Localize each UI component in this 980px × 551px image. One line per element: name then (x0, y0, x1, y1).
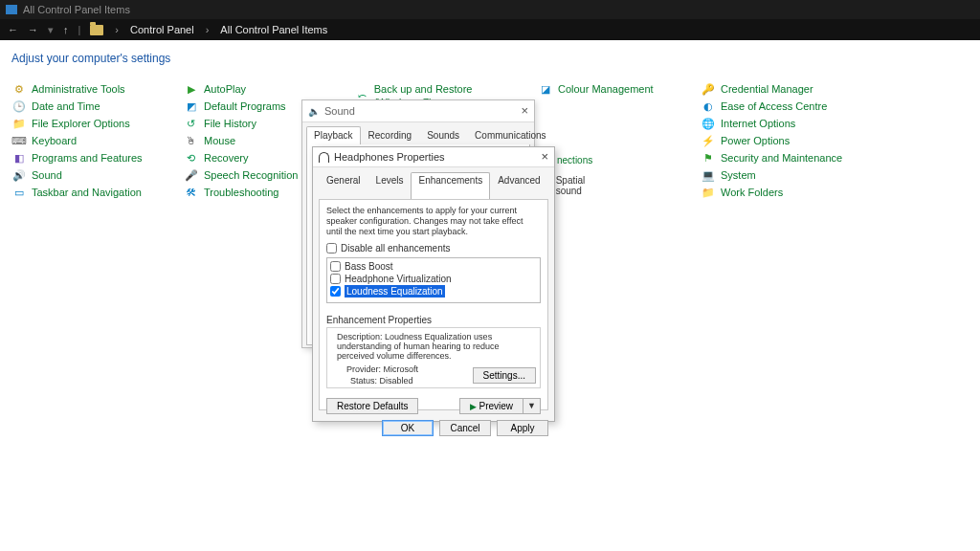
tab-communications[interactable]: Communications (467, 126, 553, 144)
sound-window-title: Sound (324, 105, 355, 117)
breadcrumb-control-panel[interactable]: Control Panel (130, 24, 194, 35)
cp-ease-of-access[interactable]: ◐Ease of Access Centre (701, 99, 844, 113)
forward-button[interactable]: → (28, 24, 38, 35)
cp-security-and-maintenance[interactable]: ⚑Security and Maintenance (701, 151, 844, 165)
cp-sound[interactable]: 🔊Sound (11, 168, 155, 182)
preview-button-group: ▶Preview ▼ (459, 398, 542, 414)
mouse-icon: 🖱 (184, 135, 198, 147)
cp-autoplay[interactable]: ▶AutoPlay (184, 82, 327, 96)
address-bar: ← → ▾ ↑ | › Control Panel › All Control … (0, 19, 980, 40)
cp-keyboard[interactable]: ⌨Keyboard (11, 134, 155, 147)
status-value: Disabled (380, 376, 413, 386)
tab-advanced[interactable]: Advanced (490, 172, 547, 199)
flag-icon: ⚑ (701, 152, 715, 165)
window-titlebar: All Control Panel Items (0, 0, 980, 19)
tab-sounds[interactable]: Sounds (419, 126, 467, 144)
back-button[interactable]: ← (8, 24, 18, 35)
work-folders-icon: 📁 (701, 187, 715, 199)
cp-power-options[interactable]: ⚡Power Options (701, 134, 844, 147)
enhancements-hint: Select the enhancements to apply for you… (326, 206, 541, 237)
provider-label: Provider: (346, 364, 381, 374)
cp-system[interactable]: 💻System (701, 168, 844, 182)
preview-button[interactable]: ▶Preview (459, 398, 524, 414)
cp-column-1: ⚙Administrative Tools 🕒Date and Time 📁Fi… (11, 82, 155, 199)
cp-file-explorer-options[interactable]: 📁File Explorer Options (11, 117, 155, 130)
cp-taskbar-and-navigation[interactable]: ▭Taskbar and Navigation (11, 186, 155, 199)
disable-all-enhancements[interactable]: Disable all enhancements (326, 243, 541, 253)
lower-button-row: Restore Defaults ▶Preview ▼ (326, 398, 541, 414)
folder-icon: 📁 (11, 118, 26, 130)
cp-work-folders[interactable]: 📁Work Folders (701, 186, 844, 199)
chevron-right-icon: › (206, 24, 210, 35)
tab-general[interactable]: General (319, 172, 368, 199)
enh-loudness-equalization[interactable]: Loudness Equalization (330, 285, 537, 298)
tools-icon: ⚙ (11, 83, 26, 96)
chevron-right-icon: › (115, 24, 119, 35)
microphone-icon: 🎤 (184, 169, 198, 182)
folder-icon (90, 25, 103, 35)
hp-titlebar[interactable]: Headphones Properties × (313, 147, 554, 167)
status-label: Status: (350, 376, 377, 386)
headphones-icon (319, 152, 329, 163)
disable-all-checkbox[interactable] (326, 243, 337, 253)
preview-dropdown[interactable]: ▼ (523, 398, 541, 414)
globe-icon: 🌐 (701, 118, 715, 130)
cp-administrative-tools[interactable]: ⚙Administrative Tools (11, 82, 155, 96)
cp-network-connections-partial[interactable]: nections (557, 155, 592, 165)
nav-separator-2: | (78, 24, 81, 35)
tab-levels[interactable]: Levels (368, 172, 412, 199)
ok-button[interactable]: OK (382, 420, 434, 436)
loudness-equalization-checkbox[interactable] (330, 286, 341, 297)
nav-separator: ▾ (48, 24, 54, 36)
recovery-icon: ⟲ (184, 152, 198, 165)
tab-playback[interactable]: Playback (306, 126, 361, 144)
headphones-properties-window: Headphones Properties × General Levels E… (312, 146, 555, 422)
enhancement-properties-box: Description: Loudness Equalization uses … (326, 327, 541, 388)
speaker-icon: 🔊 (11, 169, 26, 182)
cp-date-and-time[interactable]: 🕒Date and Time (11, 99, 155, 113)
description-line: Description: Loudness Equalization uses … (337, 332, 534, 361)
speaker-icon: 🔈 (308, 106, 320, 117)
cp-colour-management[interactable]: ◪Colour Management (538, 82, 672, 96)
sound-window-titlebar[interactable]: 🔈 Sound × (302, 100, 534, 122)
headphone-virtualization-checkbox[interactable] (330, 274, 341, 284)
keyboard-icon: ⌨ (11, 135, 26, 147)
programs-icon: ◧ (11, 152, 26, 165)
bass-boost-checkbox[interactable] (330, 261, 341, 272)
settings-button[interactable]: Settings... (473, 367, 536, 384)
taskbar-icon: ▭ (11, 187, 26, 199)
clock-icon: 🕒 (11, 100, 26, 113)
troubleshooting-icon: 🛠 (184, 187, 198, 199)
up-button[interactable]: ↑ (63, 24, 69, 35)
cancel-button[interactable]: Cancel (439, 420, 491, 436)
enh-bass-boost[interactable]: Bass Boost (330, 260, 537, 273)
hp-body: Select the enhancements to apply for you… (319, 199, 548, 410)
tab-spatial-sound[interactable]: Spatial sound (548, 172, 593, 199)
enhancement-properties-label: Enhancement Properties (326, 315, 541, 325)
control-panel-icon (6, 5, 17, 14)
restore-defaults-button[interactable]: Restore Defaults (326, 398, 418, 414)
hp-tabs: General Levels Enhancements Advanced Spa… (313, 167, 554, 199)
hp-window-title: Headphones Properties (334, 151, 445, 163)
system-icon: 💻 (701, 169, 715, 182)
breadcrumb-all-items[interactable]: All Control Panel Items (220, 24, 327, 35)
cp-credential-manager[interactable]: 🔑Credential Manager (701, 82, 844, 96)
hp-close-button[interactable]: × (541, 149, 548, 164)
window-title: All Control Panel Items (23, 4, 130, 15)
dialog-buttons: OK Cancel Apply (313, 416, 554, 436)
play-icon: ▶ (470, 402, 477, 411)
ease-of-access-icon: ◐ (701, 100, 715, 113)
power-icon: ⚡ (701, 135, 715, 147)
cp-column-5: 🔑Credential Manager ◐Ease of Access Cent… (701, 82, 844, 199)
sound-close-button[interactable]: × (521, 103, 528, 118)
enh-headphone-virtualization[interactable]: Headphone Virtualization (330, 273, 537, 285)
cp-programs-and-features[interactable]: ◧Programs and Features (11, 151, 155, 165)
tab-recording[interactable]: Recording (361, 126, 420, 144)
autoplay-icon: ▶ (184, 83, 198, 96)
page-heading: Adjust your computer's settings (11, 52, 980, 65)
default-programs-icon: ◩ (184, 100, 198, 113)
cp-internet-options[interactable]: 🌐Internet Options (701, 117, 844, 130)
enhancements-list[interactable]: Bass Boost Headphone Virtualization Loud… (326, 257, 541, 303)
apply-button[interactable]: Apply (497, 420, 548, 436)
tab-enhancements[interactable]: Enhancements (411, 172, 490, 199)
